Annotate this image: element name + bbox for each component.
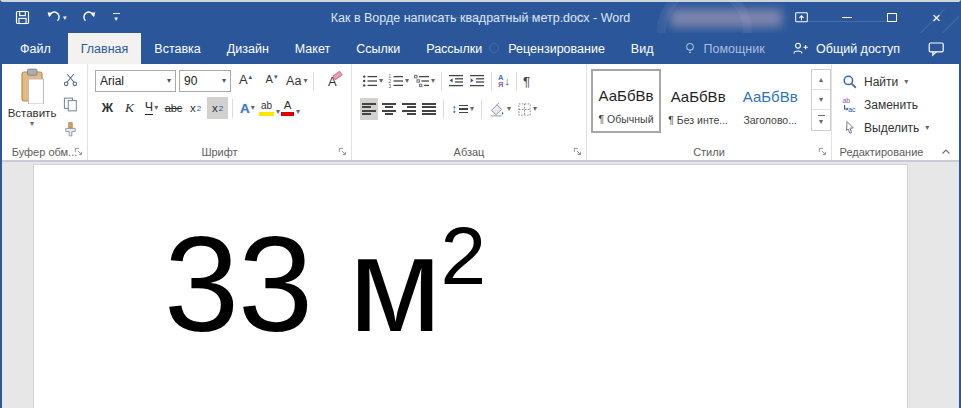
style-card-heading[interactable]: АаБбВв Заголово...	[735, 69, 805, 133]
sort-letter-z: Я	[498, 81, 503, 89]
decrease-indent-icon	[448, 74, 464, 88]
clipboard-dialog-launcher[interactable]	[74, 147, 83, 156]
separator	[232, 99, 233, 118]
minimize-button[interactable]	[824, 2, 869, 33]
underline-button[interactable]: Ч ▾	[141, 97, 162, 119]
ribbon-display-options-button[interactable]	[779, 2, 824, 33]
shrink-font-button[interactable]: A ▾	[260, 70, 283, 92]
grow-font-button[interactable]: A ▴	[234, 70, 257, 92]
quick-access-toolbar: ▾ ▾	[2, 10, 120, 25]
style-preview: АаБбВв	[593, 87, 659, 104]
save-button[interactable]	[15, 10, 30, 25]
document-text-main: 33 м	[164, 209, 440, 360]
italic-button[interactable]: К	[119, 97, 140, 119]
text-highlight-button[interactable]: ab ▾	[259, 97, 280, 119]
font-color-letter: A	[284, 100, 292, 112]
sort-arrow-icon: ↓	[504, 75, 510, 87]
format-painter-button[interactable]	[58, 119, 82, 140]
redo-button[interactable]	[82, 10, 98, 25]
style-card-no-spacing[interactable]: АаБбВв ¶ Без инте...	[663, 69, 733, 133]
caret-down-icon: ▾	[431, 77, 435, 85]
subscript-button[interactable]: x2	[185, 97, 206, 119]
tab-file[interactable]: Файл	[3, 33, 68, 64]
tab-assistant[interactable]: Помощник	[670, 33, 777, 64]
align-center-button[interactable]	[380, 98, 398, 120]
line-spacing-lines	[459, 105, 468, 114]
superscript-button[interactable]: x2	[207, 97, 228, 119]
tab-label: Рецензирование	[508, 42, 605, 56]
tab-home[interactable]: Главная	[68, 33, 142, 64]
increase-indent-icon	[469, 74, 485, 88]
show-marks-button[interactable]: ¶	[521, 70, 532, 92]
highlight-letters: ab	[261, 101, 272, 111]
document-page[interactable]: 33 м2	[33, 164, 908, 408]
bullets-button[interactable]: ▾	[360, 70, 385, 92]
justify-button[interactable]	[420, 98, 438, 120]
shading-bucket-icon	[489, 102, 506, 117]
maximize-button[interactable]	[869, 2, 914, 33]
select-button[interactable]: Выделить ▾	[842, 117, 959, 138]
tab-references[interactable]: Ссылки	[343, 33, 413, 64]
clipboard-small-buttons	[58, 69, 82, 140]
underline-glyph: Ч	[145, 101, 153, 115]
change-case-button[interactable]: Аа ▾	[286, 70, 307, 92]
line-spacing-button[interactable]: ↕ ▾	[449, 98, 476, 120]
tab-label: Помощник	[703, 42, 764, 56]
increase-indent-button[interactable]	[467, 70, 487, 92]
tab-design[interactable]: Дизайн	[214, 33, 282, 64]
tab-view[interactable]: Вид	[618, 33, 667, 64]
align-left-button[interactable]	[360, 98, 378, 120]
caret-down-icon: ▾	[819, 95, 823, 104]
styles-more-button[interactable]: ▾	[812, 110, 830, 130]
customize-qat-button[interactable]: ▾	[113, 13, 120, 22]
paste-button[interactable]: Вставить ▾	[8, 68, 56, 140]
document-text: 33 м2	[164, 215, 486, 352]
styles-scroll-down-button[interactable]: ▾	[812, 90, 830, 110]
qat-more-bar	[113, 13, 120, 14]
caret-down-icon: ▾	[274, 73, 278, 80]
numbering-button[interactable]: 1 2 3 ▾	[386, 70, 411, 92]
comments-button[interactable]	[913, 33, 959, 64]
borders-button[interactable]: ▾	[515, 98, 539, 120]
replace-button[interactable]: ab ac Заменить	[842, 94, 959, 115]
font-color-button[interactable]: A ▾	[281, 97, 300, 119]
select-label: Выделить	[864, 121, 919, 135]
share-button[interactable]: Общий доступ	[779, 33, 913, 64]
copy-button[interactable]	[58, 94, 82, 115]
text-effects-button[interactable]: A ▾	[237, 97, 258, 119]
styles-dialog-launcher[interactable]	[818, 147, 827, 156]
style-preview: АаБбВв	[663, 88, 733, 105]
decoration	[670, 9, 782, 27]
tab-mailings[interactable]: Рассылки	[413, 33, 495, 64]
collapse-ribbon-button[interactable]	[941, 148, 951, 155]
decrease-indent-button[interactable]	[446, 70, 466, 92]
sort-button[interactable]: А Я ↓	[496, 70, 512, 92]
style-card-normal[interactable]: АаБбВв ¶ Обычный	[591, 69, 661, 133]
clear-formatting-button[interactable]: A	[320, 70, 344, 92]
tab-review[interactable]: Рецензирование	[495, 33, 618, 64]
editing-buttons: Найти ▾ ab ac Заменить Выде	[832, 64, 959, 138]
styles-scroll-up-button[interactable]: ▴	[812, 70, 830, 90]
strikethrough-button[interactable]: abc	[163, 97, 184, 119]
find-icon	[842, 74, 858, 90]
font-dialog-launcher[interactable]	[338, 147, 347, 156]
tab-insert[interactable]: Вставка	[141, 33, 213, 64]
paragraph-dialog-launcher[interactable]	[573, 147, 582, 156]
shading-button[interactable]: ▾	[487, 98, 513, 120]
paste-label: Вставить	[8, 107, 57, 119]
tab-layout[interactable]: Макет	[282, 33, 343, 64]
caret-down-icon: ▾	[167, 77, 171, 85]
multilevel-list-button[interactable]: ▾	[412, 70, 437, 92]
redo-icon	[82, 10, 98, 25]
cut-button[interactable]	[58, 69, 82, 90]
font-size-combobox[interactable]: 90 ▾	[179, 70, 231, 92]
editing-group: Найти ▾ ab ac Заменить Выде	[832, 64, 959, 160]
justify-icon	[422, 103, 436, 116]
font-name-combobox[interactable]: Arial ▾	[95, 70, 176, 92]
align-right-button[interactable]	[400, 98, 418, 120]
minimize-icon	[842, 17, 852, 18]
undo-button[interactable]: ▾	[45, 10, 67, 25]
bold-button[interactable]: Ж	[97, 97, 118, 119]
close-button[interactable]: ×	[914, 2, 959, 33]
find-button[interactable]: Найти ▾	[842, 71, 959, 92]
